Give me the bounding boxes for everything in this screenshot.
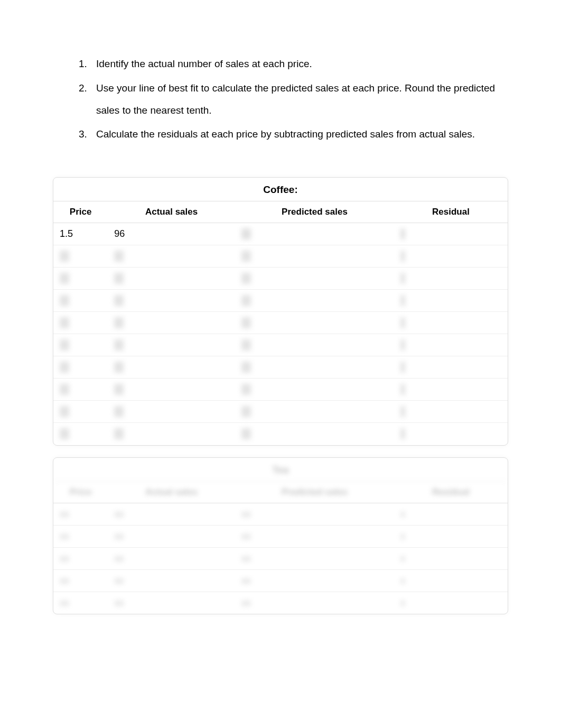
table-row: xxxxxxx (53, 356, 508, 379)
second-table-title: Tea (53, 458, 508, 482)
second-table-wrapper: Tea Price Actual sales Predicted sales R… (53, 457, 508, 615)
col-header-residual: Residual (394, 201, 508, 223)
table-row: xxxxxxx (53, 569, 508, 592)
table-row: xxxxxxx (53, 379, 508, 401)
col-header-actual: Actual sales (108, 201, 235, 223)
table-row: xxxxxxx (53, 268, 508, 290)
coffee-table: Price Actual sales Predicted sales Resid… (53, 201, 508, 445)
col-header-price: Price (53, 201, 108, 223)
instruction-item-1: Identify the actual number of sales at e… (90, 53, 508, 75)
table-row: xxxxxxx (53, 525, 508, 547)
cell-actual: 96 (108, 223, 235, 245)
cell-residual: x (394, 223, 508, 245)
table-row: xxxxxxx (53, 312, 508, 334)
cell-price: 1.5 (53, 223, 108, 245)
instructions-list: Identify the actual number of sales at e… (53, 53, 508, 145)
col-header-actual: Actual sales (108, 482, 235, 503)
col-header-predicted: Predicted sales (235, 482, 394, 503)
table-row: xxxxxxx (53, 592, 508, 614)
table-row: xxxxxxx (53, 423, 508, 445)
cell-predicted: xx (235, 223, 394, 245)
instruction-item-2: Use your line of best fit to calculate t… (90, 77, 508, 122)
table-row: xxxxxxx (53, 547, 508, 569)
table-row: xxxxxxx (53, 401, 508, 423)
coffee-table-title: Coffee: (53, 178, 508, 201)
second-table: Price Actual sales Predicted sales Resid… (53, 482, 508, 614)
col-header-price: Price (53, 482, 108, 503)
table-row: xxxxxxx (53, 245, 508, 268)
table-row: xxxxxxx (53, 503, 508, 525)
table-row: xxxxxxx (53, 334, 508, 356)
table-row: xxxxxxx (53, 290, 508, 312)
table-row: 1.5 96 xx x (53, 223, 508, 245)
instruction-item-3: Calculate the residuals at each price by… (90, 123, 508, 145)
coffee-table-wrapper: Coffee: Price Actual sales Predicted sal… (53, 177, 508, 446)
col-header-predicted: Predicted sales (235, 201, 394, 223)
col-header-residual: Residual (394, 482, 508, 503)
